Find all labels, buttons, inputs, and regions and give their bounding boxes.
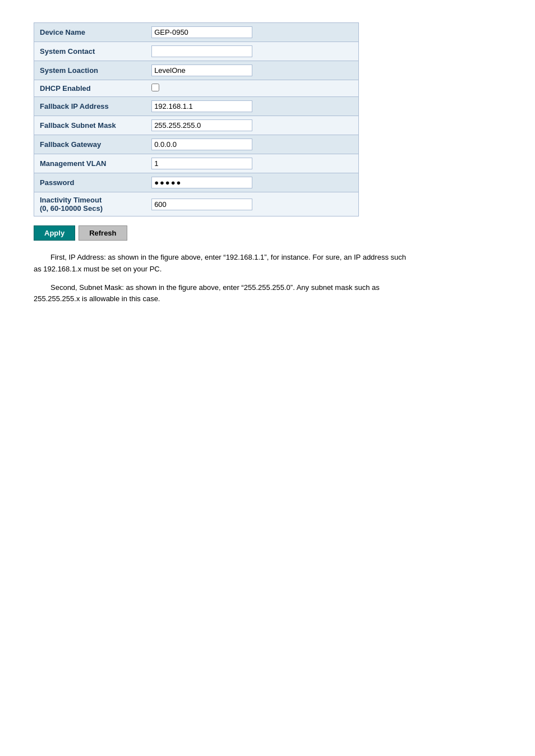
field-label-mgmt_vlan: Management VLAN — [34, 154, 146, 173]
field-value-system_contact[interactable] — [146, 42, 358, 61]
button-row: Apply Refresh — [34, 225, 501, 241]
field-label-fallback_ip: Fallback IP Address — [34, 97, 146, 116]
description-para2: Second, Subnet Mask: as shown in the fig… — [34, 282, 415, 306]
field-value-fallback_ip[interactable] — [146, 97, 358, 116]
input-fallback_gateway[interactable] — [151, 139, 252, 150]
input-system_location[interactable] — [151, 64, 252, 76]
field-label-password: Password — [34, 173, 146, 192]
field-label-system_contact: System Contact — [34, 42, 146, 61]
input-password[interactable] — [151, 177, 252, 188]
input-mgmt_vlan[interactable] — [151, 158, 252, 169]
apply-button[interactable]: Apply — [34, 225, 75, 241]
field-value-inactivity_timeout[interactable] — [146, 192, 358, 216]
field-label-inactivity_timeout: Inactivity Timeout(0, 60-10000 Secs) — [34, 192, 146, 216]
field-label-device_name: Device Name — [34, 23, 146, 42]
input-inactivity_timeout[interactable] — [151, 199, 252, 210]
input-dhcp_enabled[interactable] — [151, 84, 159, 91]
field-label-dhcp_enabled: DHCP Enabled — [34, 80, 146, 97]
field-value-fallback_subnet[interactable] — [146, 116, 358, 135]
field-label-system_location: System Loaction — [34, 61, 146, 80]
input-fallback_subnet[interactable] — [151, 119, 252, 131]
field-value-device_name[interactable] — [146, 23, 358, 42]
config-table: Device NameSystem ContactSystem Loaction… — [34, 22, 359, 216]
field-value-fallback_gateway[interactable] — [146, 135, 358, 154]
field-value-system_location[interactable] — [146, 61, 358, 80]
field-value-dhcp_enabled[interactable] — [146, 80, 358, 97]
input-device_name[interactable] — [151, 26, 252, 38]
refresh-button[interactable]: Refresh — [79, 225, 127, 241]
input-system_contact[interactable] — [151, 45, 252, 57]
field-value-password[interactable] — [146, 173, 358, 192]
field-label-fallback_gateway: Fallback Gateway — [34, 135, 146, 154]
description-section: First, IP Address: as shown in the figur… — [34, 252, 415, 305]
description-para1: First, IP Address: as shown in the figur… — [34, 252, 415, 275]
input-fallback_ip[interactable] — [151, 100, 252, 112]
field-label-fallback_subnet: Fallback Subnet Mask — [34, 116, 146, 135]
field-value-mgmt_vlan[interactable] — [146, 154, 358, 173]
